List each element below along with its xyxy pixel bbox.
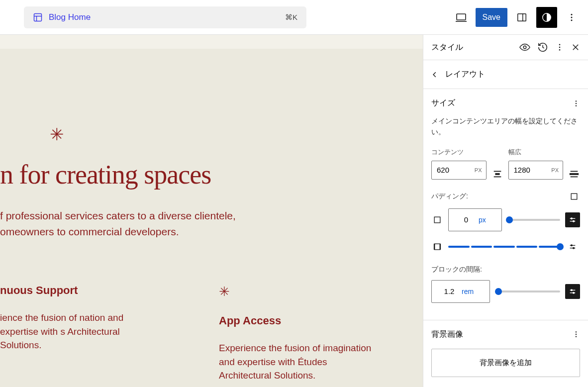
column-title: nuous Support <box>0 284 159 297</box>
sidebar-title: スタイル <box>431 42 519 53</box>
save-button[interactable]: Save <box>476 8 507 27</box>
top-bar: Blog Home ⌘K Save <box>0 0 588 35</box>
breadcrumb-label: Blog Home <box>49 12 285 22</box>
column-body: Experience the fusion of imagination and… <box>219 341 378 383</box>
panel-toggle-icon[interactable] <box>511 7 532 28</box>
settings-sidebar: スタイル レイアウト サイズ メインコンテンツエリアの幅を設定してください。 コ… <box>423 35 588 387</box>
star-icon: ✳ <box>50 124 403 144</box>
svg-rect-22 <box>493 176 501 177</box>
close-icon[interactable] <box>571 43 580 52</box>
svg-point-14 <box>559 49 561 51</box>
hero-title: n for creating spaces <box>0 159 403 190</box>
padding-input[interactable]: px <box>448 208 502 231</box>
box-icon[interactable] <box>431 214 443 226</box>
align-center-icon[interactable] <box>491 168 503 180</box>
svg-point-9 <box>571 16 573 18</box>
bg-section-title: 背景画像 <box>431 329 463 340</box>
svg-rect-20 <box>493 171 501 172</box>
padding-sides-icon[interactable] <box>568 191 580 202</box>
wide-width-label: 幅広 <box>508 148 564 157</box>
svg-rect-23 <box>571 171 578 172</box>
svg-rect-24 <box>570 173 579 175</box>
more-icon[interactable] <box>561 7 582 28</box>
svg-rect-21 <box>495 173 499 175</box>
breadcrumb[interactable]: Blog Home ⌘K <box>24 6 306 28</box>
svg-point-36 <box>571 245 573 246</box>
svg-point-18 <box>576 102 577 103</box>
svg-point-31 <box>573 220 575 222</box>
svg-rect-3 <box>457 14 466 20</box>
block-gap-input[interactable]: rem <box>431 280 490 303</box>
section-title: サイズ <box>431 98 455 108</box>
svg-point-8 <box>571 13 573 15</box>
content-width-label: コンテンツ <box>431 148 487 157</box>
padding-slider[interactable] <box>507 219 560 221</box>
padding-horizontal-slider[interactable] <box>448 246 560 248</box>
background-section: 背景画像 背景画像を追加 <box>423 320 588 386</box>
eye-icon[interactable] <box>519 42 530 53</box>
feature-column: ✳ App Access Experience the fusion of im… <box>219 284 378 383</box>
sidebar-breadcrumb: レイアウト <box>423 60 588 89</box>
svg-point-13 <box>559 47 561 48</box>
svg-point-44 <box>576 334 577 335</box>
svg-point-40 <box>571 290 573 291</box>
column-body: ience the fusion of nation and expertise… <box>0 311 159 352</box>
block-gap-label: ブロックの間隔: <box>431 265 482 274</box>
svg-point-45 <box>576 336 577 337</box>
svg-point-19 <box>576 105 577 106</box>
more-icon[interactable] <box>572 99 580 107</box>
hero-body: f professional services caters to a dive… <box>0 208 279 239</box>
back-icon[interactable] <box>431 71 438 78</box>
svg-point-29 <box>571 218 573 219</box>
block-gap-slider[interactable] <box>495 290 560 292</box>
align-wide-icon[interactable] <box>568 168 580 180</box>
settings-icon[interactable] <box>565 284 580 299</box>
padding-label: パディング: <box>431 192 468 201</box>
settings-icon[interactable] <box>565 212 580 227</box>
feature-column: nuous Support ience the fusion of nation… <box>0 284 159 383</box>
svg-point-10 <box>571 19 573 21</box>
history-icon[interactable] <box>537 42 548 53</box>
editor-canvas[interactable]: ✳ n for creating spaces f professional s… <box>0 35 423 387</box>
svg-point-11 <box>523 46 526 49</box>
size-section: サイズ メインコンテンツエリアの幅を設定してください。 コンテンツ PX 幅広 <box>423 89 588 320</box>
wide-width-input[interactable]: PX <box>508 161 564 180</box>
topbar-actions: Save <box>451 7 582 28</box>
svg-point-42 <box>573 292 575 293</box>
sidebar-header: スタイル <box>423 35 588 60</box>
horizontal-icon[interactable] <box>431 241 443 253</box>
column-title: App Access <box>219 314 378 327</box>
svg-rect-32 <box>434 244 440 250</box>
star-icon: ✳ <box>219 284 378 299</box>
svg-rect-27 <box>434 217 440 223</box>
breadcrumb-shortcut: ⌘K <box>285 13 297 22</box>
svg-rect-0 <box>34 13 42 21</box>
svg-point-43 <box>576 331 577 332</box>
settings-icon[interactable] <box>565 239 580 254</box>
svg-point-17 <box>576 100 577 101</box>
layout-icon <box>33 12 43 22</box>
content-width-input[interactable]: PX <box>431 161 487 180</box>
section-description: メインコンテンツエリアの幅を設定してください。 <box>431 115 580 138</box>
styles-icon[interactable] <box>536 7 557 28</box>
svg-point-38 <box>573 247 575 249</box>
add-background-button[interactable]: 背景画像を追加 <box>431 349 580 377</box>
more-icon[interactable] <box>555 43 564 52</box>
svg-rect-5 <box>518 13 526 21</box>
svg-point-12 <box>559 44 561 45</box>
sidebar-sub-label: レイアウト <box>445 69 485 80</box>
more-icon[interactable] <box>572 330 580 338</box>
svg-rect-26 <box>571 194 577 199</box>
device-icon[interactable] <box>451 7 472 28</box>
svg-rect-25 <box>571 176 578 177</box>
